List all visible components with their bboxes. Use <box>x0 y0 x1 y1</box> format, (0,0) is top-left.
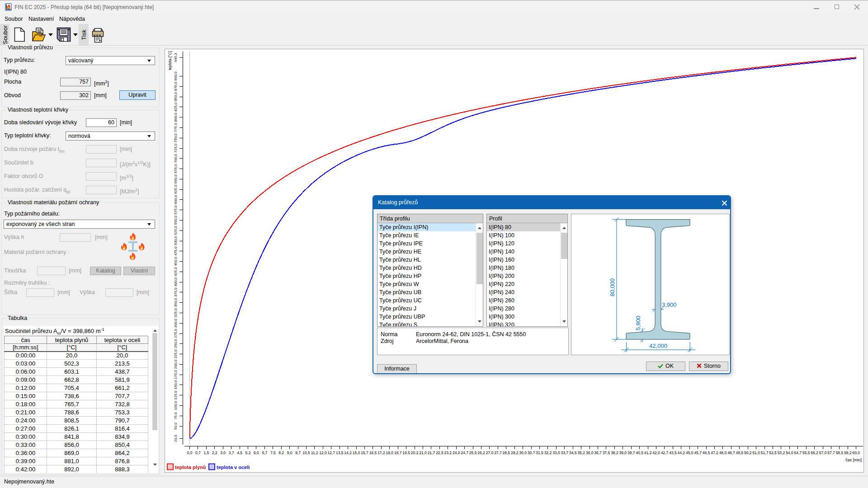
svg-text:100,0: 100,0 <box>174 401 178 410</box>
svg-text:225,0: 225,0 <box>174 349 178 359</box>
svg-text:675,0: 675,0 <box>174 164 178 174</box>
svg-text:375,0: 375,0 <box>174 287 178 297</box>
svg-text:20,0: 20,0 <box>174 435 178 442</box>
svg-text:850,0: 850,0 <box>174 92 178 102</box>
svg-text:27,7: 27,7 <box>494 450 502 455</box>
svg-text:600,0: 600,0 <box>174 195 178 204</box>
svg-text:24,7: 24,7 <box>461 450 468 455</box>
svg-text:500,0: 500,0 <box>174 236 178 245</box>
svg-text:26,2: 26,2 <box>477 450 485 455</box>
svg-text:21,7: 21,7 <box>428 450 435 455</box>
svg-text:12,7: 12,7 <box>328 450 335 455</box>
svg-text:725,0: 725,0 <box>174 143 178 153</box>
svg-text:24,0: 24,0 <box>453 450 460 455</box>
svg-text:13,5: 13,5 <box>336 450 344 455</box>
svg-text:425,0: 425,0 <box>174 267 178 277</box>
svg-text:30,7: 30,7 <box>528 450 535 455</box>
svg-text:32,2: 32,2 <box>544 450 552 455</box>
svg-text:teplota [°C]: teplota [°C] <box>168 51 172 70</box>
svg-text:54,7: 54,7 <box>794 450 802 455</box>
svg-text:945,3: 945,3 <box>174 53 178 62</box>
svg-text:875,0: 875,0 <box>174 82 178 91</box>
svg-text:4,5: 4,5 <box>237 450 242 455</box>
svg-text:38,2: 38,2 <box>611 450 618 455</box>
svg-text:5,2: 5,2 <box>245 450 251 455</box>
svg-text:49,5: 49,5 <box>736 450 744 455</box>
svg-text:575,0: 575,0 <box>174 205 178 215</box>
svg-text:57,0: 57,0 <box>819 450 827 455</box>
svg-text:21,0: 21,0 <box>419 450 427 455</box>
svg-text:9,7: 9,7 <box>295 450 301 455</box>
svg-text:18,7: 18,7 <box>394 450 402 455</box>
svg-text:9,0: 9,0 <box>287 450 292 455</box>
svg-text:60,0: 60,0 <box>853 450 860 455</box>
svg-text:58,5: 58,5 <box>836 450 844 455</box>
svg-text:25,5: 25,5 <box>469 450 477 455</box>
svg-text:11,2: 11,2 <box>311 450 318 455</box>
svg-text:53,2: 53,2 <box>778 450 785 455</box>
svg-text:39,0: 39,0 <box>619 450 627 455</box>
svg-text:37,5: 37,5 <box>603 450 610 455</box>
svg-text:42,0: 42,0 <box>652 450 660 455</box>
svg-text:3,7: 3,7 <box>229 450 234 455</box>
svg-text:44,2: 44,2 <box>678 450 685 455</box>
svg-text:0,0: 0,0 <box>187 450 193 455</box>
svg-text:3,0: 3,0 <box>220 450 226 455</box>
svg-text:17,2: 17,2 <box>377 450 385 455</box>
svg-text:750,0: 750,0 <box>174 133 178 143</box>
svg-text:80,000: 80,000 <box>609 278 616 296</box>
svg-text:42,000: 42,000 <box>649 343 667 349</box>
svg-text:31,5: 31,5 <box>536 450 543 455</box>
svg-text:0,7: 0,7 <box>195 450 201 455</box>
svg-text:33,0: 33,0 <box>552 450 560 455</box>
svg-text:29,2: 29,2 <box>511 450 519 455</box>
svg-text:28,5: 28,5 <box>503 450 510 455</box>
svg-text:52,5: 52,5 <box>769 450 777 455</box>
svg-text:6,7: 6,7 <box>262 450 267 455</box>
svg-text:125,0: 125,0 <box>174 390 178 400</box>
svg-text:450,0: 450,0 <box>174 257 178 266</box>
svg-text:300,0: 300,0 <box>174 319 178 328</box>
svg-text:51,0: 51,0 <box>752 450 760 455</box>
svg-text:45,0: 45,0 <box>686 450 693 455</box>
svg-text:15,7: 15,7 <box>361 450 368 455</box>
svg-text:20,2: 20,2 <box>411 450 419 455</box>
svg-text:400,0: 400,0 <box>174 277 178 287</box>
svg-text:59,2: 59,2 <box>844 450 852 455</box>
svg-text:30,0: 30,0 <box>519 450 527 455</box>
svg-text:525,0: 525,0 <box>174 226 178 235</box>
svg-text:200,0: 200,0 <box>174 360 178 369</box>
svg-text:teplota v oceli: teplota v oceli <box>217 465 250 470</box>
svg-text:34,5: 34,5 <box>569 450 577 455</box>
svg-text:54,0: 54,0 <box>786 450 793 455</box>
svg-text:50,2: 50,2 <box>744 450 752 455</box>
svg-text:55,5: 55,5 <box>802 450 810 455</box>
svg-text:325,0: 325,0 <box>174 308 178 318</box>
svg-text:40,5: 40,5 <box>636 450 643 455</box>
svg-text:8,2: 8,2 <box>278 450 284 455</box>
svg-text:42,7: 42,7 <box>661 450 669 455</box>
svg-text:43,5: 43,5 <box>669 450 677 455</box>
svg-text:5,900: 5,900 <box>635 316 642 331</box>
svg-text:650,0: 650,0 <box>174 174 178 184</box>
svg-text:6,0: 6,0 <box>254 450 259 455</box>
svg-text:19,5: 19,5 <box>402 450 410 455</box>
svg-text:39,7: 39,7 <box>627 450 635 455</box>
svg-text:14,2: 14,2 <box>344 450 352 455</box>
svg-text:825,0: 825,0 <box>174 102 178 112</box>
svg-text:12,0: 12,0 <box>319 450 327 455</box>
svg-text:75,0: 75,0 <box>174 412 178 419</box>
svg-text:3,900: 3,900 <box>662 301 677 308</box>
svg-text:350,0: 350,0 <box>174 298 178 307</box>
svg-text:900,0: 900,0 <box>174 71 178 81</box>
svg-text:700,0: 700,0 <box>174 154 178 163</box>
svg-text:48,7: 48,7 <box>727 450 735 455</box>
svg-text:46,5: 46,5 <box>703 450 710 455</box>
svg-text:36,7: 36,7 <box>594 450 602 455</box>
svg-text:7,5: 7,5 <box>270 450 276 455</box>
svg-text:1,5: 1,5 <box>203 450 209 455</box>
svg-text:50,0: 50,0 <box>174 422 178 430</box>
svg-text:175,0: 175,0 <box>174 370 178 380</box>
svg-text:48,0: 48,0 <box>719 450 727 455</box>
svg-text:čas [min]: čas [min] <box>845 458 862 462</box>
